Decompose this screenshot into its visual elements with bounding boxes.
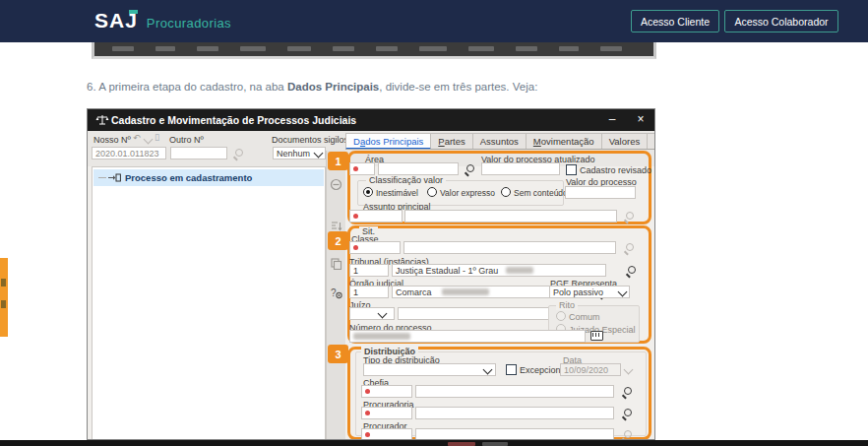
- tab-underline: [345, 149, 655, 150]
- valor-atualizado-input[interactable]: [481, 162, 560, 175]
- tree-line: [98, 177, 106, 178]
- required-dot: [353, 166, 358, 171]
- acesso-cliente-button[interactable]: Acesso Cliente: [631, 10, 719, 32]
- cadastro-revisado-checkbox[interactable]: [566, 164, 577, 175]
- documents-icon[interactable]: [330, 257, 342, 270]
- data-input[interactable]: 10/09/2020: [560, 363, 621, 376]
- instruction-text: 6. A primeira etapa do cadastro, na aba …: [87, 81, 537, 93]
- required-dot: [353, 214, 358, 219]
- minimize-button[interactable]: –: [603, 112, 621, 126]
- scales-icon: [95, 114, 109, 126]
- saj-logo[interactable]: SAJ Procuradorias: [94, 9, 231, 32]
- classe-code-input[interactable]: [349, 241, 401, 254]
- help-pin-icon[interactable]: ?: [330, 287, 342, 299]
- process-icon: [108, 173, 121, 182]
- procurador-code-input[interactable]: [361, 428, 412, 440]
- tribunal-search-icon[interactable]: [625, 266, 637, 278]
- redacted-text: [442, 288, 489, 295]
- svg-text:?: ?: [331, 287, 337, 298]
- cropped-button-fragment: [448, 442, 475, 446]
- site-header: SAJ Procuradorias Acesso Cliente Acesso …: [0, 0, 868, 42]
- radio-valor-expresso[interactable]: [427, 187, 437, 197]
- redacted-text: [353, 333, 410, 340]
- tree-item-label: Processo em cadastramento: [125, 172, 252, 183]
- badge-2: 2: [328, 231, 348, 250]
- close-button[interactable]: ×: [632, 112, 650, 126]
- procuradoria-search-icon[interactable]: [621, 409, 633, 420]
- saj-logo-accent: [129, 10, 138, 14]
- tab-bar: Dados Principais Partes Assuntos Movimen…: [345, 133, 655, 150]
- required-dot: [365, 432, 370, 437]
- tab-valores[interactable]: Valores: [602, 133, 649, 150]
- juizo-select[interactable]: [349, 307, 395, 320]
- required-dot: [365, 411, 370, 415]
- cropped-screenshot-strip: [0, 440, 868, 446]
- cadastro-revisado-label: Cadastro revisado: [580, 165, 651, 175]
- numero-processo-input[interactable]: [349, 330, 586, 343]
- chefia-search-icon[interactable]: [621, 387, 633, 399]
- cropped-button-fragment: [482, 442, 508, 446]
- process-tree-panel: Processo em cadastramento: [92, 166, 326, 440]
- area-input[interactable]: [378, 162, 459, 175]
- tipo-distribuicao-select[interactable]: [363, 363, 496, 376]
- outro-no-label: Outro Nº: [169, 135, 204, 145]
- app-window: Cadastro e Movimentação de Processos Jud…: [87, 108, 655, 440]
- side-icon-strip: ?: [326, 151, 345, 440]
- tree-item-processo[interactable]: Processo em cadastramento: [93, 169, 324, 186]
- search-icon[interactable]: [232, 149, 244, 160]
- numeric-keypad-icon[interactable]: [590, 331, 603, 341]
- nosso-no-input[interactable]: 2020.01.011823: [92, 147, 166, 159]
- window-titlebar: Cadastro e Movimentação de Processos Jud…: [88, 109, 654, 131]
- radio-inestimavel-label: Inestimável: [376, 188, 418, 198]
- tab-movimentacao[interactable]: Movimentação: [527, 133, 602, 150]
- redacted-text: [506, 267, 533, 274]
- procurador-search-icon[interactable]: [621, 430, 633, 440]
- excepcional-checkbox[interactable]: [506, 364, 517, 375]
- page: SAJ Procuradorias Acesso Cliente Acesso …: [0, 0, 868, 446]
- clipboard-icon[interactable]: ▯: [155, 132, 159, 142]
- radio-rito-comum[interactable]: [556, 311, 566, 321]
- procurador-input[interactable]: [415, 428, 614, 440]
- valor-processo-input[interactable]: [565, 186, 636, 199]
- radio-valor-expresso-label: Valor expresso: [440, 188, 495, 198]
- acesso-colaborador-button[interactable]: Acesso Colaborador: [724, 10, 838, 32]
- tab-assuntos[interactable]: Assuntos: [473, 133, 527, 150]
- undo-icon[interactable]: ↶: [133, 133, 141, 143]
- tribunal-code-input[interactable]: 1: [349, 264, 389, 277]
- procuradoria-code-input[interactable]: [361, 407, 412, 419]
- tribunal-input[interactable]: Justiça Estadual - 1º Grau: [392, 264, 606, 277]
- toolbar-screenshot-fragment: [92, 42, 656, 59]
- feedback-edge-tab[interactable]: [0, 258, 8, 337]
- area-search-icon[interactable]: [464, 164, 475, 176]
- saj-logo-text: SAJ: [94, 9, 138, 32]
- classe-search-icon[interactable]: [623, 243, 635, 255]
- classe-input[interactable]: [403, 241, 616, 254]
- required-dot: [365, 389, 370, 394]
- assunto-search-icon[interactable]: [623, 212, 635, 223]
- edge-tab-glyph: [1, 279, 6, 287]
- procuradoria-input[interactable]: [415, 407, 614, 419]
- radio-rito-comum-label: Comum: [569, 312, 600, 322]
- edge-tab-glyph: [1, 300, 6, 308]
- orgao-code-input[interactable]: 1: [349, 286, 389, 298]
- badge-3: 3: [328, 345, 348, 363]
- badge-1: 1: [328, 152, 348, 170]
- required-dot: [353, 245, 358, 250]
- tab-dados-principais[interactable]: Dados Principais: [345, 133, 431, 150]
- radio-sem-conteudo[interactable]: [501, 187, 511, 197]
- classificacao-valor-label: Classificação valor: [366, 175, 446, 185]
- assunto-code-input[interactable]: [349, 210, 403, 223]
- tab-informacoes[interactable]: Informações: [648, 133, 655, 150]
- window-title: Cadastro e Movimentação de Processos Jud…: [111, 114, 356, 126]
- chefia-code-input[interactable]: [361, 385, 412, 398]
- outro-no-input[interactable]: [170, 147, 227, 159]
- chefia-input[interactable]: [415, 385, 614, 398]
- radio-inestimavel[interactable]: [363, 187, 373, 197]
- assunto-principal-input[interactable]: [404, 210, 617, 223]
- logo-subtitle: Procuradorias: [147, 16, 231, 31]
- rito-label: Rito: [556, 300, 578, 310]
- tab-partes[interactable]: Partes: [431, 133, 472, 150]
- nosso-no-label: Nosso Nº: [93, 135, 131, 145]
- area-code-input[interactable]: [349, 162, 375, 175]
- collapse-all-icon[interactable]: [330, 178, 342, 191]
